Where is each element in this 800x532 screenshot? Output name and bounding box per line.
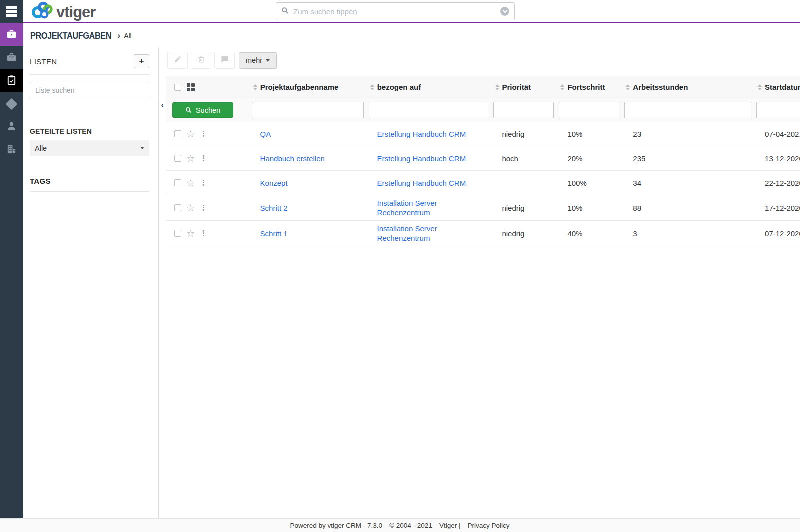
sidebar-item-organizations[interactable] <box>0 138 24 162</box>
filter-input-priority[interactable] <box>494 102 554 118</box>
sidebar-item-project-tasks-active[interactable] <box>0 70 24 92</box>
shared-lists-dropdown[interactable]: Alle <box>30 140 150 156</box>
chevron-down-icon <box>140 147 144 150</box>
sidebar-item-contacts[interactable] <box>0 116 24 138</box>
column-header-hours[interactable]: Arbeitsstunden <box>622 83 754 92</box>
sidebar-item-projects[interactable] <box>0 46 24 70</box>
comment-icon <box>221 56 229 66</box>
global-search-input[interactable] <box>294 8 500 16</box>
footer-powered-by: Powered by vtiger CRM - 7.3.0 <box>290 522 383 530</box>
sidebar-item-current-app[interactable] <box>0 24 24 46</box>
row-checkbox[interactable] <box>174 230 182 237</box>
table-header-row: Projektaufgabenname bezogen auf Prioritä… <box>166 76 800 98</box>
sidebar-item-milestones[interactable] <box>0 92 24 116</box>
row-menu-icon[interactable]: ⋮ <box>200 178 208 188</box>
table-row[interactable]: ☆ ⋮ Schritt 1 Installation Server Rechen… <box>166 221 800 246</box>
sort-icon <box>254 84 258 90</box>
list-search-input[interactable] <box>30 82 150 98</box>
comment-button[interactable] <box>214 52 235 69</box>
filter-input-startdate[interactable] <box>756 102 800 118</box>
priority-cell: hoch <box>491 154 556 163</box>
shared-lists-title: GETEILTE LISTEN <box>30 128 150 136</box>
row-menu-icon[interactable]: ⋮ <box>200 204 208 212</box>
star-icon[interactable]: ☆ <box>186 229 195 238</box>
hours-cell: 235 <box>622 154 754 163</box>
column-header-related[interactable]: bezogen auf <box>366 83 492 92</box>
task-name-link[interactable]: Schritt 1 <box>260 230 288 238</box>
table-row[interactable]: ☆ ⋮ Handbuch erstellen Erstellung Handbu… <box>166 146 800 171</box>
row-menu-icon[interactable]: ⋮ <box>200 229 208 238</box>
trash-icon <box>198 56 206 66</box>
related-link[interactable]: Erstellung Handbuch CRM <box>378 178 466 188</box>
task-name-link[interactable]: Konzept <box>260 179 288 188</box>
column-header-startdate[interactable]: Startdatum <box>754 83 800 92</box>
row-checkbox[interactable] <box>174 204 182 212</box>
collapse-panel-button[interactable]: ‹ <box>159 98 166 112</box>
select-all-checkbox[interactable] <box>174 84 182 91</box>
priority-cell: niedrig <box>491 130 556 138</box>
search-options-chevron-icon[interactable] <box>500 7 510 16</box>
star-icon[interactable]: ☆ <box>186 130 195 139</box>
hours-cell: 34 <box>622 179 754 188</box>
star-icon[interactable]: ☆ <box>186 178 195 188</box>
caret-down-icon <box>266 60 270 62</box>
related-link[interactable]: Installation Server Rechenzentrum <box>378 224 480 243</box>
startdate-cell: 17-12-2020 <box>754 204 800 212</box>
more-button[interactable]: mehr <box>239 52 277 69</box>
delete-button[interactable] <box>191 52 212 69</box>
row-menu-icon[interactable]: ⋮ <box>200 130 208 138</box>
footer-vtiger-link[interactable]: Vtiger | <box>440 522 461 530</box>
hours-cell: 88 <box>622 204 754 212</box>
star-icon[interactable]: ☆ <box>186 204 195 213</box>
edit-button[interactable] <box>168 52 188 69</box>
search-icon <box>282 7 289 16</box>
main-content: ‹ mehr <box>159 48 800 518</box>
logo-wordmark: vtiger <box>56 4 96 22</box>
column-header-label: Priorität <box>502 83 532 92</box>
filter-input-hours[interactable] <box>624 102 752 118</box>
table-row[interactable]: ☆ ⋮ Konzept Erstellung Handbuch CRM 100%… <box>166 171 800 196</box>
sort-icon <box>560 84 564 90</box>
divider <box>30 74 150 75</box>
list-toolbar: mehr <box>168 52 277 69</box>
search-button[interactable]: Suchen <box>172 102 234 118</box>
task-name-link[interactable]: QA <box>260 130 272 138</box>
sort-icon <box>370 84 374 90</box>
table-filter-row: Suchen <box>166 98 800 122</box>
row-checkbox[interactable] <box>174 180 182 186</box>
global-search-box <box>276 2 515 20</box>
hours-cell: 23 <box>622 130 754 138</box>
task-name-link[interactable]: Schritt 2 <box>260 204 288 212</box>
related-link[interactable]: Erstellung Handbuch CRM <box>378 154 466 164</box>
footer-privacy-link[interactable]: Privacy Policy <box>468 522 510 530</box>
progress-cell: 20% <box>556 154 622 163</box>
table-row[interactable]: ☆ ⋮ Schritt 2 Installation Server Rechen… <box>166 196 800 221</box>
filter-input-progress[interactable] <box>559 102 620 118</box>
breadcrumb-view[interactable]: All <box>124 32 132 40</box>
column-header-name[interactable]: Projektaufgabenname <box>250 83 366 92</box>
filter-input-name[interactable] <box>252 102 364 118</box>
column-header-priority[interactable]: Priorität <box>492 83 557 92</box>
row-checkbox[interactable] <box>174 155 182 162</box>
table-row[interactable]: ☆ ⋮ QA Erstellung Handbuch CRM niedrig 1… <box>166 122 800 146</box>
column-header-label: Startdatum <box>765 83 800 92</box>
vtiger-logo[interactable]: vtiger <box>32 2 96 24</box>
star-icon[interactable]: ☆ <box>186 154 195 164</box>
add-list-button[interactable]: + <box>134 54 150 68</box>
related-link[interactable]: Installation Server Rechenzentrum <box>378 198 480 218</box>
row-checkbox[interactable] <box>174 130 182 138</box>
clipboard-check-icon <box>6 74 18 88</box>
grid-view-icon[interactable] <box>187 84 195 92</box>
person-icon <box>6 120 18 134</box>
priority-cell: niedrig <box>491 204 556 212</box>
sort-icon <box>496 84 500 90</box>
related-link[interactable]: Erstellung Handbuch CRM <box>378 130 466 139</box>
menu-hamburger-icon[interactable] <box>0 0 24 24</box>
row-menu-icon[interactable]: ⋮ <box>200 154 208 163</box>
progress-cell: 10% <box>556 204 622 212</box>
breadcrumb-module[interactable]: PROJEKTAUFGABEN <box>30 30 112 42</box>
app-window: vtiger PROJEKTAUFGABEN › All LISTEN + GE… <box>0 0 800 532</box>
task-name-link[interactable]: Handbuch erstellen <box>260 154 325 163</box>
filter-input-related[interactable] <box>369 102 489 118</box>
column-header-progress[interactable]: Fortschritt <box>556 83 622 92</box>
